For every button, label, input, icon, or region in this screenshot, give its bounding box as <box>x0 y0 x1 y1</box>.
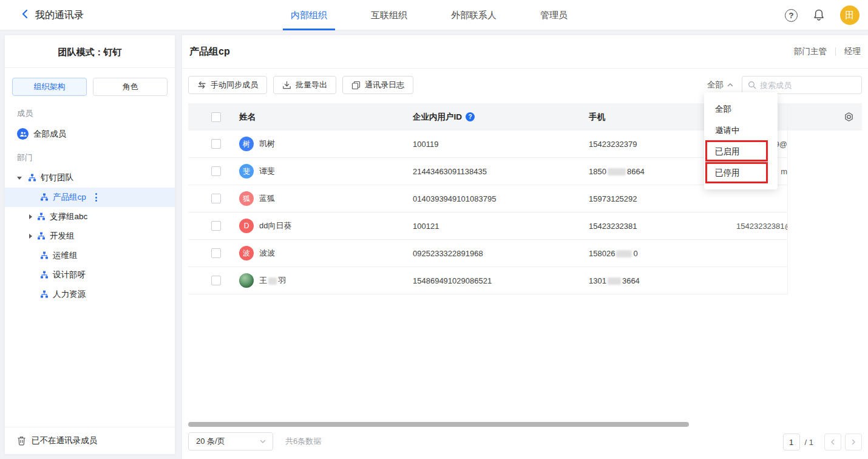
table-row: 王羽 154869491029086521 13013664 <box>188 267 787 294</box>
member-user-id: 100121 <box>413 222 589 231</box>
department-icon <box>37 232 46 240</box>
people-icon <box>17 128 29 140</box>
member-name: 波波 <box>259 248 275 259</box>
page-total-label: / 1 <box>805 438 813 447</box>
contact-log-label: 通讯录日志 <box>365 80 404 90</box>
question-tooltip-icon[interactable]: ? <box>466 112 475 121</box>
column-user-id: 企业内用户ID ? <box>413 112 589 123</box>
member-avatar: 波 <box>239 246 254 260</box>
department-icon <box>37 212 46 221</box>
filter-option-inviting[interactable]: 邀请中 <box>704 120 778 141</box>
tree-item-label: 人力资源 <box>53 289 86 300</box>
user-avatar[interactable]: 田 <box>840 5 860 25</box>
caret-down-icon[interactable] <box>17 177 22 180</box>
page-size-select[interactable]: 20 条/页 <box>188 432 273 450</box>
tree-item-label: 设计部呀 <box>53 270 86 280</box>
tab-connected-org[interactable]: 互联组织 <box>363 0 415 30</box>
manual-sync-button[interactable]: 手动同步成员 <box>188 76 267 94</box>
sidebar-item-removed-members[interactable]: 已不在通讯录成员 <box>5 427 175 454</box>
chevron-up-icon <box>727 81 734 89</box>
batch-export-button[interactable]: 批量导出 <box>273 76 336 94</box>
toolbar-right: 全部 <box>707 76 862 94</box>
member-email-fragment: 15423232381@ <box>736 222 787 231</box>
department-title: 产品组cp <box>189 46 230 58</box>
member-name: 凯树 <box>259 138 275 149</box>
top-header: 我的通讯录 内部组织 互联组织 外部联系人 管理员 ? 田 <box>0 0 868 30</box>
next-page-button[interactable] <box>845 433 862 450</box>
tree-item-support-group[interactable]: 支撑组abc <box>5 207 175 226</box>
view-tab-org-structure[interactable]: 组织架构 <box>12 78 87 96</box>
caret-right-icon[interactable] <box>29 234 32 239</box>
tree-item-design-dept[interactable]: 设计部呀 <box>5 265 175 285</box>
tree-item-dingtalk-team[interactable]: 钉钉团队 <box>5 168 175 188</box>
row-checkbox[interactable] <box>211 194 221 203</box>
tab-external-contacts[interactable]: 外部联系人 <box>443 0 504 30</box>
department-icon <box>40 193 49 202</box>
row-checkbox[interactable] <box>211 221 221 231</box>
tree-item-label: 钉钉团队 <box>41 172 73 183</box>
member-search <box>742 76 862 94</box>
team-mode-label: 团队模式：钉钉 <box>5 35 175 68</box>
tree-item-dev-group[interactable]: 开发组 <box>5 226 175 246</box>
contact-log-button[interactable]: 通讯录日志 <box>342 76 413 94</box>
table-row: D dd向日葵 100121 15423232381 15423232381@ <box>188 212 787 240</box>
tree-item-ops-group[interactable]: 运维组 <box>5 246 175 265</box>
horizontal-scrollbar-thumb[interactable] <box>188 422 689 427</box>
member-phone: 15423232381 <box>589 222 736 231</box>
row-checkbox[interactable] <box>211 248 221 258</box>
page-number-input[interactable] <box>783 433 800 450</box>
trash-icon <box>17 436 26 446</box>
pagination-left: 20 条/页 共6条数据 <box>188 432 321 450</box>
kebab-menu-icon[interactable] <box>93 191 99 203</box>
search-icon <box>748 81 756 89</box>
all-members-label: 全部成员 <box>33 129 66 140</box>
divider <box>835 47 836 56</box>
member-phone: 15973125292 <box>589 194 736 203</box>
main-header: 产品组cp 部门主管 经理 <box>182 35 868 69</box>
sidebar: 团队模式：钉钉 组织架构 角色 成员 全部成员 部门 钉钉团队 产品组cp <box>5 35 175 454</box>
select-all-checkbox[interactable] <box>211 112 221 122</box>
search-input[interactable] <box>760 81 867 90</box>
column-settings-icon[interactable] <box>844 112 854 124</box>
table-row: 斐 谭斐 21443463091138435 18508664 m <box>188 158 787 185</box>
main-panel: 产品组cp 部门主管 经理 手动同步成员 批量导出 通讯录日志 <box>182 35 868 459</box>
table-row: 树 凯树 100119 15423232379 79@ <box>188 131 787 158</box>
member-name: 谭斐 <box>259 166 275 177</box>
batch-export-label: 批量导出 <box>296 80 327 90</box>
help-icon[interactable]: ? <box>785 9 798 22</box>
tree-item-product-group[interactable]: 产品组cp <box>5 188 175 207</box>
tab-internal-org[interactable]: 内部组织 <box>283 0 335 30</box>
sidebar-item-all-members[interactable]: 全部成员 <box>5 123 175 145</box>
row-checkbox[interactable] <box>211 139 221 149</box>
filter-option-enabled[interactable]: 已启用 <box>704 141 778 162</box>
back-button[interactable]: 我的通讯录 <box>21 0 84 30</box>
redacted-segment <box>268 277 277 285</box>
view-tab-roles[interactable]: 角色 <box>93 78 168 96</box>
tab-admins[interactable]: 管理员 <box>532 0 575 30</box>
filter-option-disabled[interactable]: 已停用 <box>704 162 778 183</box>
redacted-segment <box>608 168 626 175</box>
filter-option-all[interactable]: 全部 <box>704 98 778 120</box>
tree-item-label: 产品组cp <box>53 192 86 203</box>
pagination-right: / 1 <box>783 433 862 450</box>
caret-right-icon[interactable] <box>29 214 32 219</box>
member-avatar: D <box>239 219 254 233</box>
bell-icon[interactable] <box>813 8 825 22</box>
total-count-label: 共6条数据 <box>285 436 321 447</box>
member-phone: 13013664 <box>589 276 736 285</box>
tree-item-hr[interactable]: 人力资源 <box>5 285 175 304</box>
row-checkbox[interactable] <box>211 276 221 285</box>
row-checkbox[interactable] <box>211 166 221 176</box>
status-filter-dropdown[interactable]: 全部 <box>707 80 734 90</box>
departments-section-label: 部门 <box>5 145 175 167</box>
prev-page-button[interactable] <box>824 433 841 450</box>
member-avatar: 狐 <box>239 191 254 206</box>
tree-item-label: 开发组 <box>50 231 75 242</box>
dept-manager-link[interactable]: 部门主管 <box>794 46 827 57</box>
manager-link[interactable]: 经理 <box>844 46 861 57</box>
tree-item-label: 运维组 <box>53 250 78 261</box>
redacted-segment <box>616 250 632 257</box>
log-copy-icon <box>351 81 361 90</box>
department-icon <box>40 290 49 299</box>
page-size-value: 20 条/页 <box>196 436 225 447</box>
